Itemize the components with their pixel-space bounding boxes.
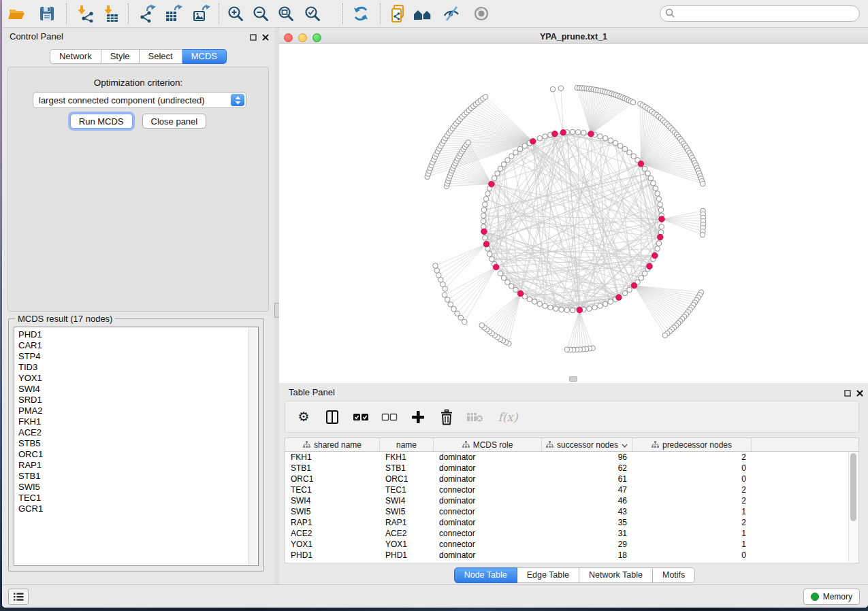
cell[interactable]: FKH1 xyxy=(380,452,434,463)
graph-node[interactable] xyxy=(483,197,489,202)
column-header-successor-nodes[interactable]: successor nodes xyxy=(542,438,632,451)
graph-mcds-node[interactable] xyxy=(493,264,499,270)
float-panel-icon[interactable] xyxy=(250,31,257,44)
graph-node[interactable] xyxy=(701,181,706,186)
graph-node[interactable] xyxy=(498,271,503,276)
graph-node[interactable] xyxy=(608,138,613,144)
mcds-result-item[interactable]: SWI5 xyxy=(18,482,258,493)
cell[interactable]: dominator xyxy=(434,474,542,484)
tab-edge-table[interactable]: Edge Table xyxy=(517,567,579,583)
cell[interactable]: 18 xyxy=(542,550,632,561)
cell[interactable]: 2 xyxy=(632,517,752,528)
graph-node[interactable] xyxy=(645,171,651,176)
close-panel-icon[interactable] xyxy=(262,31,269,44)
mcds-result-item[interactable]: GCR1 xyxy=(18,503,258,514)
cell[interactable]: TEC1 xyxy=(380,484,434,495)
graph-node[interactable] xyxy=(631,154,637,159)
graph-node[interactable] xyxy=(608,299,613,305)
cell[interactable]: ORC1 xyxy=(285,474,380,484)
graph-node[interactable] xyxy=(501,162,507,167)
graph-node[interactable] xyxy=(558,86,564,91)
graph-mcds-node[interactable] xyxy=(631,282,637,288)
graph-node[interactable] xyxy=(659,224,664,229)
graph-node[interactable] xyxy=(548,305,553,310)
cell[interactable]: RAP1 xyxy=(285,517,380,528)
cell[interactable]: PHD1 xyxy=(380,550,434,561)
mcds-result-item[interactable]: RAP1 xyxy=(18,460,258,471)
graph-node[interactable] xyxy=(655,191,660,197)
tab-select[interactable]: Select xyxy=(140,49,182,64)
clear-all-checks-icon[interactable] xyxy=(381,408,398,426)
close-panel-icon[interactable] xyxy=(856,387,863,399)
cell[interactable]: 46 xyxy=(542,495,632,506)
table-row[interactable]: RAP1RAP1dominator352 xyxy=(285,517,858,528)
cell[interactable]: STB1 xyxy=(285,463,380,474)
tab-style[interactable]: Style xyxy=(101,49,140,64)
column-header-shared-name[interactable]: shared name xyxy=(285,438,380,451)
float-panel-icon[interactable] xyxy=(844,387,851,399)
graph-node[interactable] xyxy=(602,135,608,141)
graph-node[interactable] xyxy=(505,280,511,285)
table-row[interactable]: SWI4SWI4dominator462 xyxy=(285,495,858,506)
mcds-result-item[interactable]: YOX1 xyxy=(18,373,258,384)
save-session-button[interactable] xyxy=(36,3,58,24)
cell[interactable]: 31 xyxy=(542,528,632,539)
cell[interactable]: ORC1 xyxy=(380,474,434,484)
graph-node[interactable] xyxy=(481,208,487,213)
graph-node[interactable] xyxy=(592,305,598,310)
cell[interactable]: dominator xyxy=(434,463,542,474)
cell[interactable]: connector xyxy=(434,484,542,495)
mcds-result-item[interactable]: ACE2 xyxy=(18,427,258,438)
import-network-button[interactable] xyxy=(75,3,97,24)
graph-node[interactable] xyxy=(485,191,491,197)
graph-node[interactable] xyxy=(466,140,471,146)
graph-mcds-node[interactable] xyxy=(616,295,622,301)
graph-node[interactable] xyxy=(550,86,556,92)
graph-node[interactable] xyxy=(509,154,515,159)
mcds-result-item[interactable]: STB1 xyxy=(18,471,258,482)
zoom-fit-button[interactable] xyxy=(275,3,297,24)
graph-node[interactable] xyxy=(448,302,453,308)
graph-mcds-node[interactable] xyxy=(517,291,524,297)
tab-network-table[interactable]: Network Table xyxy=(579,567,653,583)
graph-mcds-node[interactable] xyxy=(489,181,495,187)
cell[interactable]: ACE2 xyxy=(285,528,380,539)
graph-node[interactable] xyxy=(617,144,623,149)
graph-node[interactable] xyxy=(653,186,658,191)
result-list-scrollbar[interactable] xyxy=(248,327,258,565)
cell[interactable]: 35 xyxy=(542,517,632,528)
zoom-out-button[interactable] xyxy=(250,3,272,24)
graph-node[interactable] xyxy=(543,134,548,139)
graph-node[interactable] xyxy=(564,308,570,313)
cell[interactable]: STB1 xyxy=(380,463,434,474)
graph-node[interactable] xyxy=(613,140,618,146)
graph-node[interactable] xyxy=(522,144,528,149)
graph-node[interactable] xyxy=(651,180,656,186)
settings-gear-icon[interactable]: ⚙ xyxy=(295,408,312,426)
graph-node[interactable] xyxy=(570,129,575,135)
mcds-result-item[interactable]: PMA2 xyxy=(18,406,258,416)
cell[interactable]: 1 xyxy=(632,539,752,550)
graph-node[interactable] xyxy=(513,150,519,155)
cell[interactable]: 1 xyxy=(632,528,752,539)
graph-node[interactable] xyxy=(575,130,581,135)
graph-node[interactable] xyxy=(462,319,468,325)
cell[interactable]: YOX1 xyxy=(380,539,434,550)
cell[interactable]: SWI4 xyxy=(380,495,434,506)
graph-node[interactable] xyxy=(656,197,662,202)
graph-node[interactable] xyxy=(627,150,632,155)
cell[interactable]: TEC1 xyxy=(285,484,380,495)
graph-node[interactable] xyxy=(570,308,575,313)
mcds-result-item[interactable]: STB5 xyxy=(18,438,258,449)
graph-node[interactable] xyxy=(543,303,548,309)
export-image-button[interactable] xyxy=(190,3,212,24)
network-graph[interactable] xyxy=(279,44,868,383)
graph-node[interactable] xyxy=(598,134,603,139)
cell[interactable]: SWI5 xyxy=(380,506,434,517)
cell[interactable]: 47 xyxy=(542,484,632,495)
graph-node[interactable] xyxy=(662,333,668,338)
graph-node[interactable] xyxy=(509,284,515,289)
graph-node[interactable] xyxy=(481,218,486,224)
mcds-result-item[interactable]: ORC1 xyxy=(18,449,258,460)
column-visibility-icon[interactable] xyxy=(323,408,341,426)
